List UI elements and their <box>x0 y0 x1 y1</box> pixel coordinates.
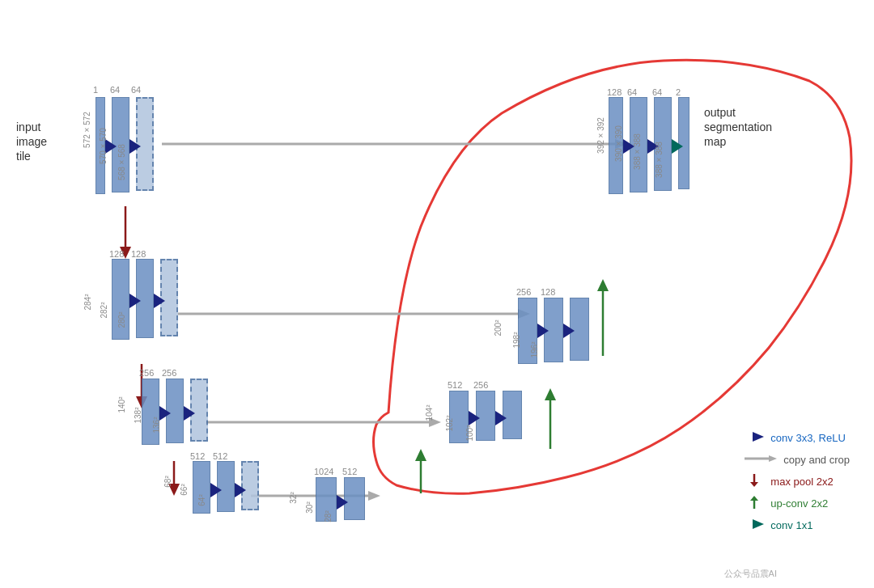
legend-copy-crop: copy and crop <box>745 452 850 467</box>
dim-104: 104² <box>425 404 434 421</box>
dim-30: 30² <box>305 501 314 513</box>
label-r2-64-1: 64 <box>627 87 637 97</box>
dim-196: 196² <box>530 341 539 357</box>
label-ch1: 1 <box>93 85 98 95</box>
legend-conv-label: conv 3x3, ReLU <box>770 432 846 444</box>
dim-392: 392 × 392 <box>596 117 605 154</box>
dim-390: 390 × 390 <box>614 125 623 162</box>
legend-upconv: up-conv 2x2 <box>745 496 850 511</box>
legend-maxpool: max pool 2x2 <box>745 474 850 489</box>
dim-570: 570 × 570 <box>99 128 108 164</box>
legend-conv1x1-label: conv 1x1 <box>770 519 812 531</box>
label-ch64-1: 64 <box>110 85 120 95</box>
label-r4-512: 512 <box>448 380 462 390</box>
blue-arrow-r4-2 <box>495 411 507 425</box>
legend-copy-label: copy and crop <box>783 454 850 466</box>
dim-66: 66² <box>180 484 189 495</box>
svg-marker-7 <box>368 491 380 501</box>
legend-conv1x1: conv 1x1 <box>745 518 850 533</box>
dim-138: 138² <box>134 407 142 423</box>
legend-maxpool-icon <box>745 474 764 489</box>
label-512-bn: 512 <box>342 467 357 476</box>
legend-conv-relu: conv 3x3, ReLU <box>745 430 850 446</box>
legend: conv 3x3, ReLU copy and crop max pool 2x… <box>745 430 850 539</box>
conv-block-3-1 <box>142 379 159 445</box>
svg-marker-20 <box>753 432 764 442</box>
svg-marker-19 <box>597 279 609 291</box>
dim-388-2: 388 × 388 <box>655 142 664 178</box>
legend-conv-icon <box>745 430 764 446</box>
svg-marker-15 <box>415 449 426 461</box>
blue-arrow-1-2 <box>129 139 141 154</box>
label-512-1: 512 <box>190 451 205 461</box>
label-r3-128: 128 <box>541 287 555 297</box>
legend-copy-icon <box>745 452 777 467</box>
dim-200: 200² <box>494 319 503 336</box>
dim-100: 100² <box>465 425 474 441</box>
blue-arrow-5-1 <box>337 495 348 510</box>
dim-140: 140² <box>117 396 126 412</box>
dim-388-1: 388 × 388 <box>633 133 642 170</box>
dim-284: 284² <box>83 294 92 310</box>
watermark: 公众号品震AI <box>724 568 777 580</box>
label-256-1: 256 <box>139 368 154 378</box>
blue-arrow-4-2 <box>235 483 246 497</box>
label-r2-2: 2 <box>676 87 681 97</box>
blue-arrow-2-2 <box>154 294 165 308</box>
dim-568: 568 × 568 <box>117 144 126 180</box>
svg-marker-26 <box>750 496 758 501</box>
legend-upconv-label: up-conv 2x2 <box>770 497 828 510</box>
label-r2-128: 128 <box>607 87 622 97</box>
output-label: outputsegmentationmap <box>704 105 772 150</box>
dim-572: 572 × 572 <box>83 112 91 148</box>
legend-maxpool-label: max pool 2x2 <box>770 476 833 488</box>
blue-arrow-r3-1 <box>537 324 549 338</box>
label-ch64-2: 64 <box>131 85 141 95</box>
legend-upconv-icon <box>745 496 764 511</box>
dim-282: 282² <box>100 302 108 318</box>
dim-136: 136² <box>152 417 161 433</box>
dim-32: 32² <box>289 492 298 503</box>
label-512-2: 512 <box>213 451 227 461</box>
dim-28: 28² <box>324 510 333 522</box>
blue-arrow-r3-2 <box>563 324 575 338</box>
blue-arrow-4-1 <box>210 483 222 497</box>
svg-marker-17 <box>545 388 556 400</box>
input-label: inputimagetile <box>16 120 47 164</box>
svg-marker-22 <box>769 455 777 462</box>
dim-64: 64² <box>197 494 206 506</box>
dim-280: 280² <box>117 311 126 328</box>
svg-marker-27 <box>753 519 764 529</box>
dim-102: 102² <box>445 415 454 431</box>
blue-arrow-3-2 <box>184 406 195 421</box>
label-256-2: 256 <box>162 368 176 378</box>
label-128-1: 128 <box>109 249 124 259</box>
teal-arrow-r2 <box>672 139 683 154</box>
svg-marker-24 <box>750 482 758 487</box>
label-1024-bn: 1024 <box>314 467 333 476</box>
label-r3-256: 256 <box>516 287 531 297</box>
dim-68: 68² <box>163 476 172 487</box>
legend-conv1x1-icon <box>745 518 764 533</box>
blue-arrow-3-1 <box>159 406 171 421</box>
label-r2-64-2: 64 <box>652 87 662 97</box>
label-128-2: 128 <box>131 249 146 259</box>
dim-198: 198² <box>512 332 521 348</box>
label-r4-256: 256 <box>473 380 488 390</box>
blue-arrow-r4-1 <box>469 411 480 425</box>
blue-arrow-2-1 <box>129 294 141 308</box>
